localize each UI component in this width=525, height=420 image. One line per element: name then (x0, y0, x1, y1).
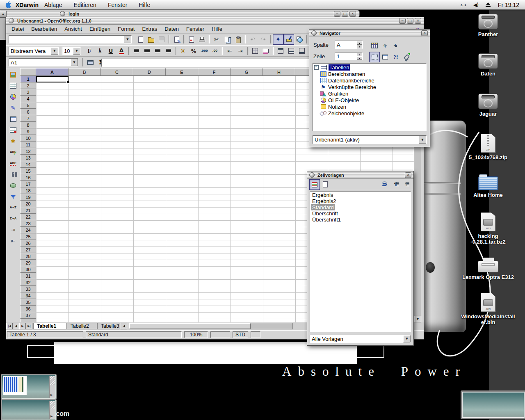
desktop-icon-daten[interactable]: Daten (460, 53, 516, 77)
style-filter-dropdown-icon[interactable] (403, 335, 411, 342)
drag-mode-button[interactable] (401, 52, 412, 62)
style-item-standard[interactable]: Standard (310, 204, 411, 210)
cell-reference-dropdown-icon[interactable] (71, 59, 78, 66)
begin-button[interactable] (380, 40, 390, 51)
row-header-16[interactable]: 16 (20, 174, 36, 181)
desktop-icon-lexmark-optra-e312[interactable]: Lexmark Optra E312 (460, 256, 516, 280)
row-header-10[interactable]: 10 (20, 135, 36, 142)
print-button[interactable] (196, 34, 207, 45)
row-header-12[interactable]: 12 (20, 148, 36, 155)
new-document-button[interactable] (135, 34, 146, 45)
mac-menu-ablage[interactable]: Ablage (44, 2, 62, 8)
insert-button[interactable] (8, 69, 18, 80)
find-replace-button[interactable] (8, 169, 18, 180)
menu-bearbeiten[interactable]: Bearbeiten (27, 26, 61, 32)
row-header-21[interactable]: 21 (20, 207, 36, 214)
data-sources-button[interactable] (8, 180, 18, 191)
decrease-indent-button[interactable] (224, 46, 235, 56)
row-header-32[interactable]: 32 (20, 279, 36, 286)
sheet-tab-tabelle1[interactable]: Tabelle1 (33, 323, 67, 329)
row-header-35[interactable]: 35 (20, 299, 36, 306)
underline-button[interactable] (105, 46, 116, 56)
row-header-13[interactable]: 13 (20, 155, 36, 161)
sheet-tab-tabelle3[interactable]: Tabelle3 (97, 323, 119, 329)
close-icon[interactable]: ✕ (405, 172, 411, 178)
row-header-36[interactable]: 36 (20, 306, 36, 312)
horizontal-scrollbar[interactable] (129, 323, 293, 329)
italic-button[interactable] (95, 46, 105, 56)
menu-format[interactable]: Format (114, 26, 138, 32)
row-header-31[interactable]: 31 (20, 273, 36, 279)
maximize-icon[interactable]: □ (407, 18, 413, 24)
tree-item-bereichsnamen[interactable]: Bereichsnamen (313, 71, 426, 77)
menu-fenster[interactable]: Fenster (183, 26, 208, 32)
document-selector-dropdown-icon[interactable] (419, 136, 426, 144)
export-pdf-button[interactable] (186, 34, 196, 45)
borders-button[interactable] (250, 46, 260, 56)
mac-menu-hilfe[interactable]: Hilfe (139, 2, 150, 8)
navigator-titlebar[interactable]: Navigator ✕ (309, 30, 430, 37)
bold-button[interactable] (84, 46, 95, 56)
row-header-33[interactable]: 33 (20, 286, 36, 292)
column-header-a[interactable]: A (36, 68, 68, 76)
end-button[interactable] (390, 40, 401, 51)
function-wizard-button[interactable] (85, 57, 96, 68)
update-style-button[interactable] (401, 179, 411, 190)
stylist-button[interactable] (283, 34, 294, 45)
url-combobox[interactable] (9, 35, 132, 43)
group-button[interactable] (8, 224, 18, 235)
status-insert-mode[interactable] (210, 331, 230, 338)
tree-item-datenbankbereiche[interactable]: Datenbankbereiche (313, 77, 426, 84)
style-item-ergebnis2[interactable]: Ergebnis2 (310, 198, 411, 204)
row-header-28[interactable]: 28 (20, 253, 36, 260)
volume-icon[interactable] (473, 2, 478, 8)
toggle-button[interactable] (380, 52, 390, 62)
menu-daten[interactable]: Daten (161, 26, 183, 32)
document-selector[interactable]: Unbenannt1 (aktiv) (313, 135, 427, 144)
hyperlink-button[interactable] (294, 34, 305, 45)
font-name-combobox[interactable]: Bitstream Vera (9, 47, 59, 55)
cell-styles-button[interactable] (309, 179, 320, 190)
form-functions-button[interactable] (8, 114, 18, 124)
previous-sheet-button[interactable] (13, 323, 19, 329)
background-color-button[interactable] (260, 46, 271, 56)
row-header-27[interactable]: 27 (20, 247, 36, 253)
align-top-button[interactable] (275, 46, 286, 56)
row-header-26[interactable]: 26 (20, 240, 36, 247)
row-header-2[interactable]: 2 (20, 82, 36, 89)
mac-app-name[interactable]: XDarwin (16, 2, 39, 8)
input-source-icon[interactable] (461, 2, 466, 8)
row-header-4[interactable]: 4 (20, 96, 36, 102)
page-styles-button[interactable] (320, 179, 331, 190)
style-item--berschrift1[interactable]: Überschrift1 (310, 217, 411, 223)
row-header-18[interactable]: 18 (20, 187, 36, 194)
row-spinner[interactable]: 1 (335, 52, 363, 60)
row-header-24[interactable]: 24 (20, 227, 36, 233)
spin-up-icon[interactable] (357, 52, 362, 56)
column-header-c[interactable]: C (101, 68, 133, 76)
column-header-f[interactable]: F (198, 68, 231, 76)
column-header-d[interactable]: D (133, 68, 166, 76)
delete-decimal-button[interactable] (210, 46, 220, 56)
tab-scroll-left-button[interactable] (121, 323, 127, 329)
scroll-down-icon[interactable] (414, 316, 421, 322)
row-header-29[interactable]: 29 (20, 260, 36, 266)
expander-icon[interactable] (314, 65, 319, 70)
cell-selection-a1[interactable] (36, 76, 68, 82)
navigator-button[interactable] (273, 34, 283, 45)
mac-menu-editieren[interactable]: Editieren (74, 2, 96, 8)
status-selection-mode[interactable]: STD (233, 331, 248, 338)
row-header-37[interactable]: 37 (20, 312, 36, 319)
stylist-titlebar[interactable]: Zellvorlagen ✕ (307, 171, 413, 179)
tree-item-notizen[interactable]: Notizen (313, 103, 426, 110)
style-item--berschrift[interactable]: Überschrift (310, 210, 411, 217)
menubar-clock[interactable]: Fr 19:12 (498, 2, 519, 8)
contents-button[interactable] (369, 52, 380, 62)
desktop-icon-jaguar[interactable]: Jaguar (460, 94, 516, 117)
menu-datei[interactable]: Datei (8, 26, 27, 32)
calc-titlebar[interactable]: Unbenannt1 - OpenOffice.org 1.1.0 − □ ✕ (6, 17, 424, 25)
sheet-tab-tabelle2[interactable]: Tabelle2 (67, 323, 97, 329)
sort-ascending-button[interactable] (8, 202, 18, 213)
new-style-from-selection-button[interactable] (390, 179, 401, 190)
column-header-e[interactable]: E (166, 68, 198, 76)
